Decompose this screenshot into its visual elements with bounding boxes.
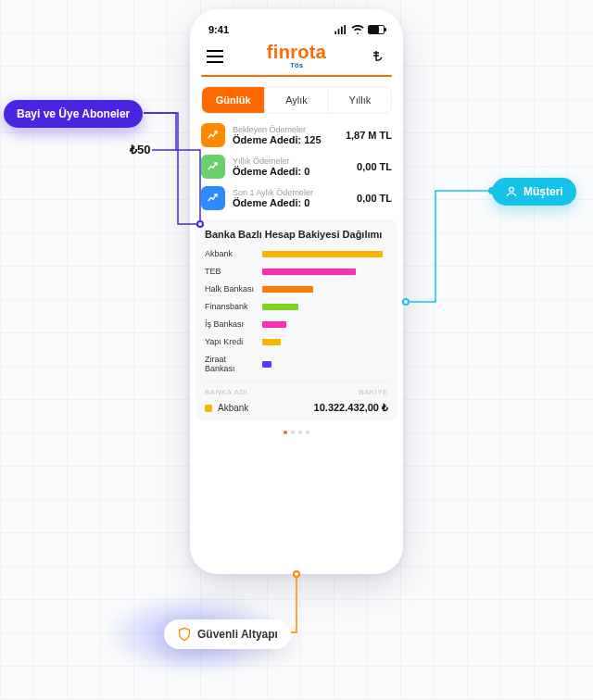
- annotation-pill-subscribers: Bayi ve Üye Aboneler: [4, 100, 143, 128]
- user-icon: [505, 185, 518, 198]
- annotation-amount: ₺50: [130, 143, 150, 156]
- svg-point-7: [510, 187, 514, 192]
- pill-label: Güvenli Altyapı: [197, 628, 278, 641]
- pill-label: Bayi ve Üye Aboneler: [17, 107, 130, 120]
- connector-node-bottom: [293, 570, 300, 578]
- connector-node-right: [402, 298, 410, 306]
- connector-node-left: [196, 220, 204, 228]
- annotation-pill-security: Güvenli Altyapı: [164, 619, 291, 649]
- pill-label: Müşteri: [524, 185, 563, 198]
- annotation-pill-customer: Müşteri: [492, 178, 576, 206]
- shield-icon: [177, 627, 192, 642]
